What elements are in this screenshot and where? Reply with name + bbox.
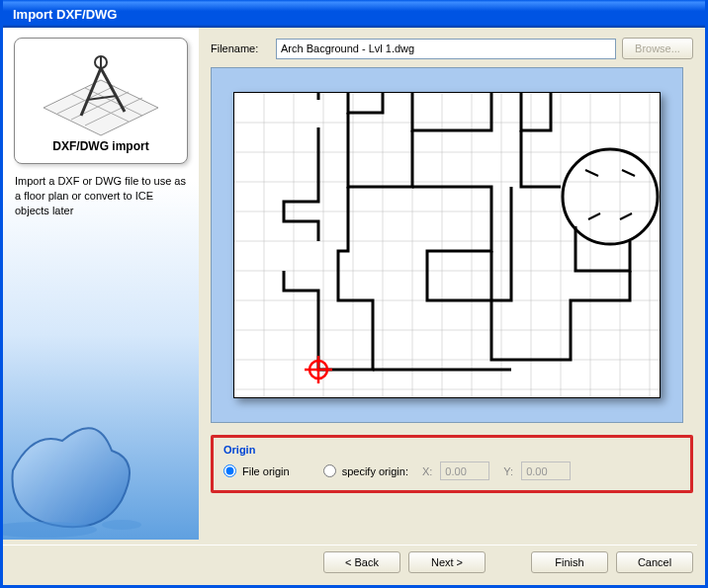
y-label: Y: xyxy=(503,465,513,477)
x-label: X: xyxy=(422,465,432,477)
svg-point-12 xyxy=(102,520,141,530)
svg-line-39 xyxy=(622,170,635,176)
file-origin-radio-input[interactable] xyxy=(223,464,236,477)
window-title: Import DXF/DWG xyxy=(13,7,117,22)
ice-decoration-icon xyxy=(3,352,161,540)
window-titlebar: Import DXF/DWG xyxy=(3,0,705,28)
drawing-preview-frame xyxy=(211,67,683,423)
sidebar-illust-label: DXF/DWG import xyxy=(52,139,148,153)
back-button[interactable]: < Back xyxy=(323,551,400,573)
next-button[interactable]: Next > xyxy=(408,551,486,573)
sidebar-description: Import a DXF or DWG file to use as a flo… xyxy=(11,172,191,220)
svg-line-38 xyxy=(585,170,598,176)
finish-button[interactable]: Finish xyxy=(531,551,608,573)
origin-legend: Origin xyxy=(223,444,680,456)
file-origin-label: File origin xyxy=(242,465,290,477)
svg-line-41 xyxy=(620,213,632,219)
specify-origin-radio[interactable]: specify origin: xyxy=(323,464,408,477)
browse-button[interactable]: Browse... xyxy=(622,38,693,59)
origin-y-input xyxy=(521,462,571,480)
cancel-button[interactable]: Cancel xyxy=(616,551,693,573)
sidebar-illustration: DXF/DWG import xyxy=(14,38,188,164)
origin-x-input xyxy=(440,462,489,480)
specify-origin-radio-input[interactable] xyxy=(323,464,336,477)
wizard-sidebar: DXF/DWG import Import a DXF or DWG file … xyxy=(3,28,199,540)
filename-input[interactable] xyxy=(276,39,616,59)
filename-label: Filename: xyxy=(211,42,270,54)
drawing-preview xyxy=(233,92,661,398)
origin-groupbox: Origin File origin specify origin: X: Y: xyxy=(211,435,693,493)
file-origin-radio[interactable]: File origin xyxy=(223,464,290,477)
wizard-main-panel: Filename: Browse... xyxy=(199,28,705,540)
wizard-button-bar: < Back Next > Finish Cancel xyxy=(3,545,697,579)
compass-floorplan-icon xyxy=(32,48,170,137)
specify-origin-label: specify origin: xyxy=(342,465,408,477)
